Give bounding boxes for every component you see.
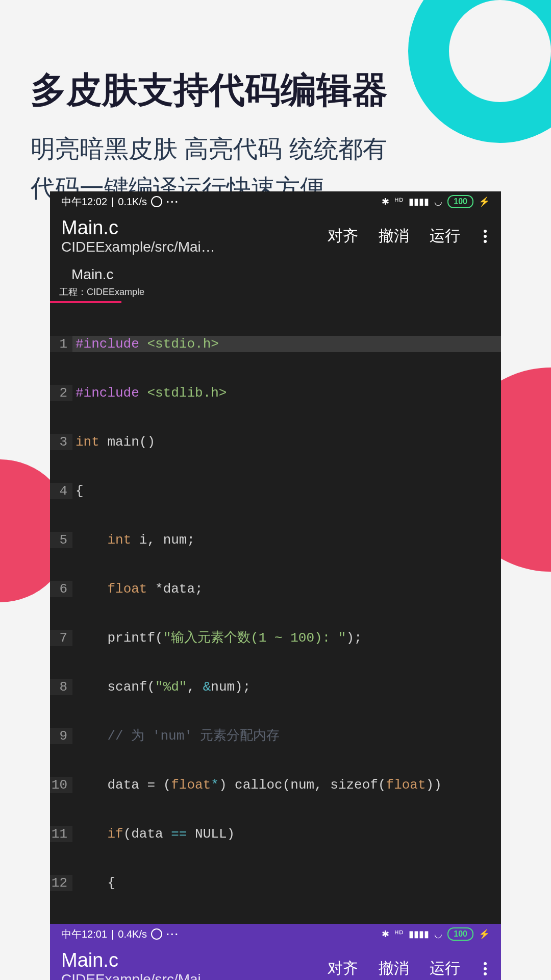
app-title: Main.c — [61, 949, 328, 971]
app-title: Main.c — [61, 217, 328, 239]
charging-icon: ⚡ — [479, 196, 490, 207]
hd-icon: ᴴᴰ — [394, 196, 404, 207]
app-path: CIDEExample/src/Mai… — [61, 971, 328, 980]
overflow-menu-icon[interactable] — [481, 962, 490, 975]
status-speed: 0.4K/s — [118, 928, 147, 940]
bluetooth-icon: ✱ — [382, 196, 389, 207]
phone-dark-theme: 中午12:02 | 0.1K/s ··· ✱ ᴴᴰ ▮▮▮▮ ◡ 100 ⚡ M… — [50, 191, 501, 924]
bluetooth-icon: ✱ — [382, 928, 389, 940]
signal-icon: ▮▮▮▮ — [409, 196, 429, 207]
status-time: 中午12:02 — [61, 195, 107, 209]
wifi-icon: ◡ — [434, 196, 442, 207]
status-speed: 0.1K/s — [118, 196, 147, 208]
tab-file[interactable]: Main.c — [50, 262, 124, 286]
tab-indicator — [50, 301, 121, 303]
project-label: 工程：CIDEExample — [50, 286, 501, 301]
signal-icon: ▮▮▮▮ — [409, 928, 429, 940]
status-bar-dark: 中午12:02 | 0.1K/s ··· ✱ ᴴᴰ ▮▮▮▮ ◡ 100 ⚡ — [50, 191, 501, 212]
status-more-icon: ··· — [166, 928, 180, 940]
headline-line1: 明亮暗黑皮肤 高亮代码 统统都有 — [31, 130, 520, 169]
align-button[interactable]: 对齐 — [328, 958, 358, 979]
status-more-icon: ··· — [166, 196, 180, 208]
app-path: CIDEExample/src/Mai… — [61, 239, 328, 255]
run-button[interactable]: 运行 — [430, 958, 460, 979]
run-button[interactable]: 运行 — [430, 226, 460, 247]
hd-icon: ᴴᴰ — [394, 928, 404, 940]
undo-button[interactable]: 撤消 — [379, 226, 409, 247]
charging-icon: ⚡ — [479, 928, 490, 940]
app-bar-dark: Main.c CIDEExample/src/Mai… 对齐 撤消 运行 — [50, 212, 501, 262]
status-time: 中午12:01 — [61, 927, 107, 941]
editor-dark[interactable]: 1#include <stdio.h> 2#include <stdlib.h>… — [50, 303, 501, 924]
align-button[interactable]: 对齐 — [328, 226, 358, 247]
wifi-icon: ◡ — [434, 928, 442, 940]
phone-light-theme: 中午12:01 | 0.4K/s ··· ✱ ᴴᴰ ▮▮▮▮ ◡ 100 ⚡ M… — [50, 924, 501, 980]
battery-icon: 100 — [447, 927, 473, 941]
undo-button[interactable]: 撤消 — [379, 958, 409, 979]
compass-icon — [151, 196, 162, 207]
status-bar-light: 中午12:01 | 0.4K/s ··· ✱ ᴴᴰ ▮▮▮▮ ◡ 100 ⚡ — [50, 924, 501, 944]
headline-title: 多皮肤支持代码编辑器 — [31, 66, 520, 114]
app-bar-light: Main.c CIDEExample/src/Mai… 对齐 撤消 运行 — [50, 944, 501, 980]
overflow-menu-icon[interactable] — [481, 230, 490, 243]
compass-icon — [151, 928, 162, 940]
battery-icon: 100 — [447, 195, 473, 208]
